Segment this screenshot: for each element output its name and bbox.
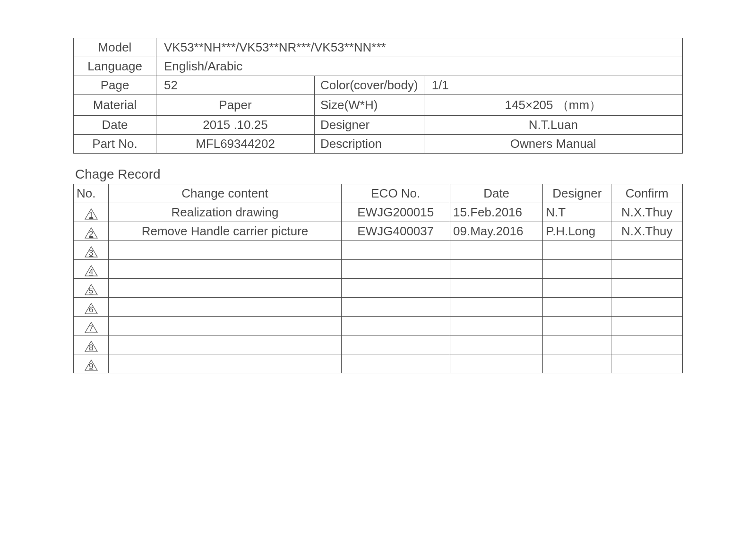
spec-material-label: Material xyxy=(74,95,156,116)
spec-description-label: Description xyxy=(315,135,424,154)
triangle-icon: 1 xyxy=(85,208,98,220)
change-row-content xyxy=(109,335,341,354)
spec-size-label: Size(W*H) xyxy=(315,95,424,116)
change-row-number: 7 xyxy=(74,317,109,335)
spec-page-value: 52 xyxy=(156,76,315,95)
table-row: 2Remove Handle carrier pictureEWJG400037… xyxy=(74,222,683,241)
spec-model-label: Model xyxy=(74,38,156,57)
spec-partno-value: MFL69344202 xyxy=(156,135,315,154)
triangle-icon: 6 xyxy=(85,303,98,314)
table-row: 6 xyxy=(74,298,683,317)
change-row-number: 9 xyxy=(74,354,109,373)
change-row-number: 2 xyxy=(74,222,109,241)
table-row: 8 xyxy=(74,335,683,354)
table-row: Material Paper Size(W*H) 145×205 （mm） xyxy=(74,95,683,116)
change-row-date: 15.Feb.2016 xyxy=(450,203,543,222)
change-row-content xyxy=(109,354,341,373)
triangle-icon: 7 xyxy=(85,322,98,333)
change-row-date xyxy=(450,279,543,298)
change-row-date xyxy=(450,335,543,354)
change-row-content xyxy=(109,241,341,260)
table-row: Part No. MFL69344202 Description Owners … xyxy=(74,135,683,154)
change-row-eco: EWJG400037 xyxy=(341,222,450,241)
change-row-eco xyxy=(341,260,450,279)
change-row-number: 5 xyxy=(74,279,109,298)
change-row-number: 3 xyxy=(74,241,109,260)
change-row-date xyxy=(450,241,543,260)
spec-partno-label: Part No. xyxy=(74,135,156,154)
table-row: 4 xyxy=(74,260,683,279)
spec-language-label: Language xyxy=(74,57,156,76)
change-row-designer xyxy=(543,354,611,373)
change-row-designer xyxy=(543,335,611,354)
table-row: 1Realization drawingEWJG20001515.Feb.201… xyxy=(74,203,683,222)
change-record-table: No. Change content ECO No. Date Designer… xyxy=(73,184,683,373)
change-row-content: Remove Handle carrier picture xyxy=(109,222,341,241)
change-row-confirm xyxy=(611,279,683,298)
spec-date-label: Date xyxy=(74,116,156,135)
change-header-no: No. xyxy=(74,184,109,203)
change-row-content xyxy=(109,260,341,279)
spec-size-value: 145×205 （mm） xyxy=(424,95,682,116)
change-row-date xyxy=(450,317,543,335)
change-row-number: 4 xyxy=(74,260,109,279)
triangle-icon: 2 xyxy=(85,227,98,239)
spec-date-value: 2015 .10.25 xyxy=(156,116,315,135)
triangle-icon: 9 xyxy=(85,360,98,371)
change-row-eco xyxy=(341,279,450,298)
spec-designer-value: N.T.Luan xyxy=(424,116,682,135)
change-row-number: 8 xyxy=(74,335,109,354)
change-row-confirm xyxy=(611,241,683,260)
change-row-date: 09.May.2016 xyxy=(450,222,543,241)
change-header-date: Date xyxy=(450,184,543,203)
triangle-icon: 8 xyxy=(85,341,98,352)
change-header-confirm: Confirm xyxy=(611,184,683,203)
change-row-eco xyxy=(341,298,450,317)
triangle-icon: 4 xyxy=(85,265,98,276)
spec-material-value: Paper xyxy=(156,95,315,116)
spec-designer-label: Designer xyxy=(315,116,424,135)
change-header-designer: Designer xyxy=(543,184,611,203)
table-row: 5 xyxy=(74,279,683,298)
change-row-designer: N.T xyxy=(543,203,611,222)
change-row-eco xyxy=(341,354,450,373)
change-row-confirm: N.X.Thuy xyxy=(611,203,683,222)
change-row-date xyxy=(450,298,543,317)
spec-language-value: English/Arabic xyxy=(156,57,683,76)
table-row: Page 52 Color(cover/body) 1/1 xyxy=(74,76,683,95)
table-row: 9 xyxy=(74,354,683,373)
change-row-date xyxy=(450,354,543,373)
change-row-designer xyxy=(543,298,611,317)
triangle-icon: 3 xyxy=(85,246,98,258)
spec-model-value: VK53**NH***/VK53**NR***/VK53**NN*** xyxy=(156,38,683,57)
change-header-eco: ECO No. xyxy=(341,184,450,203)
change-row-designer: P.H.Long xyxy=(543,222,611,241)
change-row-designer xyxy=(543,260,611,279)
table-row: Model VK53**NH***/VK53**NR***/VK53**NN**… xyxy=(74,38,683,57)
change-row-content xyxy=(109,298,341,317)
change-row-content: Realization drawing xyxy=(109,203,341,222)
spec-description-value: Owners Manual xyxy=(424,135,682,154)
change-row-confirm xyxy=(611,260,683,279)
change-row-eco: EWJG200015 xyxy=(341,203,450,222)
change-row-designer xyxy=(543,241,611,260)
change-record-title: Chage Record xyxy=(75,167,683,182)
change-row-confirm xyxy=(611,335,683,354)
table-row: 7 xyxy=(74,317,683,335)
table-row: Date 2015 .10.25 Designer N.T.Luan xyxy=(74,116,683,135)
change-row-designer xyxy=(543,317,611,335)
change-row-confirm xyxy=(611,317,683,335)
change-row-eco xyxy=(341,317,450,335)
change-row-content xyxy=(109,279,341,298)
change-row-confirm xyxy=(611,354,683,373)
spec-table: Model VK53**NH***/VK53**NR***/VK53**NN**… xyxy=(73,38,683,154)
triangle-icon: 5 xyxy=(85,284,98,295)
change-row-eco xyxy=(341,335,450,354)
change-row-content xyxy=(109,317,341,335)
change-row-date xyxy=(450,260,543,279)
change-row-number: 6 xyxy=(74,298,109,317)
table-row: 3 xyxy=(74,241,683,260)
table-row: Language English/Arabic xyxy=(74,57,683,76)
change-row-number: 1 xyxy=(74,203,109,222)
change-row-designer xyxy=(543,279,611,298)
